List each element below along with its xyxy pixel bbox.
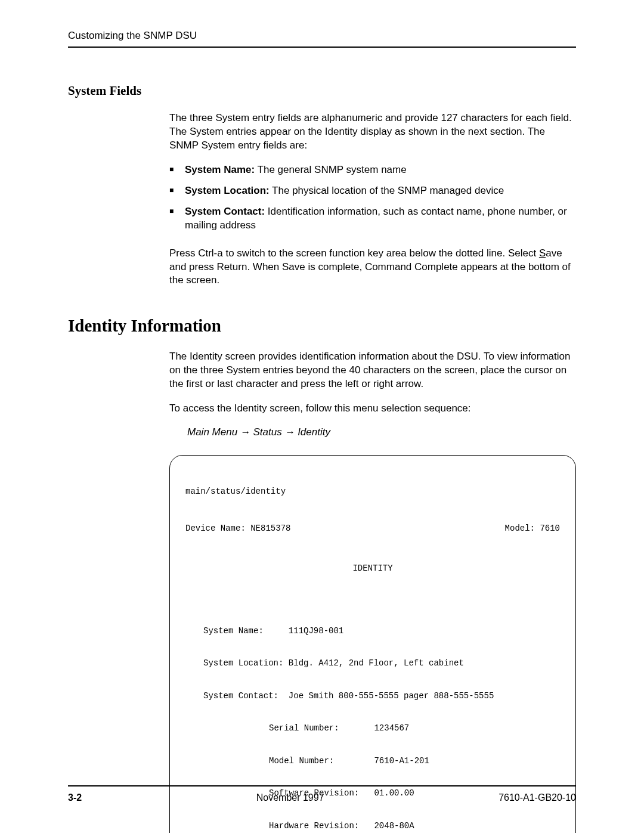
running-header: Customizing the SNMP DSU	[68, 30, 576, 48]
underlined-s: S	[539, 247, 546, 259]
bullet-item: ■ System Location: The physical location…	[169, 184, 576, 198]
bullet-bold: System Name:	[185, 164, 255, 175]
bullet-bold: System Contact:	[185, 206, 265, 217]
page-footer: 3-2 November 1997 7610-A1-GB20-10	[68, 785, 576, 803]
arrow-icon: →	[240, 426, 253, 438]
after-bullets-paragraph: Press Ctrl-a to switch to the screen fun…	[169, 247, 576, 288]
terminal-device-name: Device Name: NE815378	[185, 523, 290, 534]
bullet-bold: System Location:	[185, 185, 270, 196]
bullet-marker-icon: ■	[169, 205, 185, 233]
identity-paragraph-2: To access the Identity screen, follow th…	[169, 402, 576, 416]
terminal-model: Model: 7610	[505, 523, 560, 534]
bullet-marker-icon: ■	[169, 184, 185, 198]
bullet-item: ■ System Contact: Identification informa…	[169, 205, 576, 233]
page-number: 3-2	[68, 792, 82, 803]
intro-paragraph: The three System entry fields are alphan…	[169, 112, 576, 153]
footer-date: November 1997	[256, 792, 324, 803]
bullet-list: ■ System Name: The general SNMP system n…	[169, 163, 576, 233]
terminal-title: IDENTITY	[185, 563, 560, 574]
terminal-system-name: System Name: 111QJ98-001	[203, 625, 560, 636]
terminal-model-number: Model Number: 7610-A1-201	[269, 755, 560, 766]
section-title-system-fields: System Fields	[68, 83, 576, 98]
bullet-item: ■ System Name: The general SNMP system n…	[169, 163, 576, 177]
footer-docid: 7610-A1-GB20-10	[499, 792, 576, 803]
bullet-rest: The general SNMP system name	[255, 164, 407, 175]
terminal-serial-number: Serial Number: 1234567	[269, 723, 560, 733]
menu-path: Main Menu → Status → Identity	[187, 426, 576, 438]
bullet-marker-icon: ■	[169, 163, 185, 177]
terminal-system-location: System Location: Bldg. A412, 2nd Floor, …	[203, 658, 560, 668]
content: System Fields The three System entry fie…	[68, 83, 576, 833]
arrow-icon: →	[284, 426, 298, 438]
terminal-hardware-revision: Hardware Revision: 2048-80A	[269, 820, 560, 831]
identity-paragraph-1: The Identity screen provides identificat…	[169, 350, 576, 391]
terminal-screen: main/status/identity Device Name: NE8153…	[169, 455, 576, 833]
bullet-rest: The physical location of the SNMP manage…	[270, 185, 504, 196]
section-title-identity-information: Identity Information	[68, 316, 576, 336]
terminal-breadcrumb: main/status/identity	[185, 486, 560, 497]
terminal-system-contact: System Contact: Joe Smith 800-555-5555 p…	[203, 690, 560, 701]
